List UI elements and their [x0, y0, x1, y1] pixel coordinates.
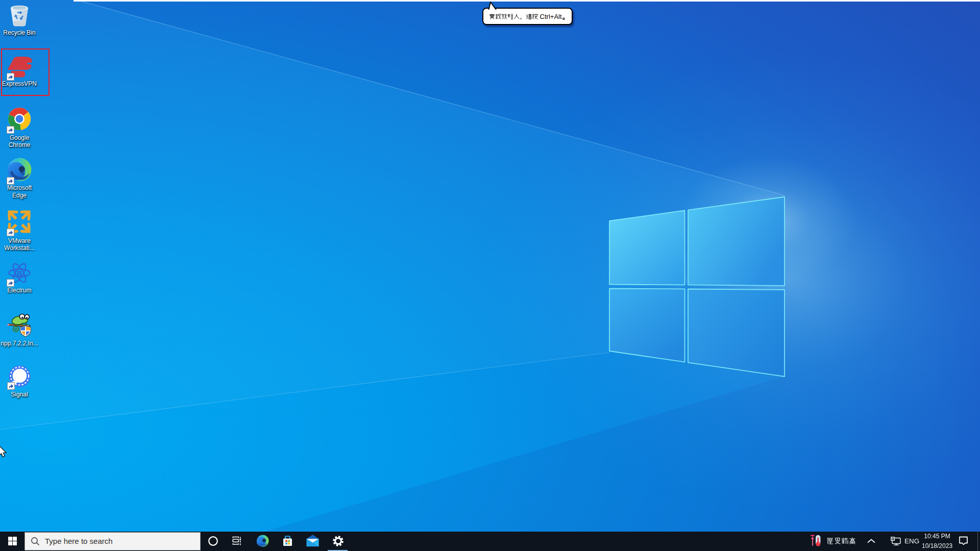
- svg-text:B: B: [17, 269, 22, 277]
